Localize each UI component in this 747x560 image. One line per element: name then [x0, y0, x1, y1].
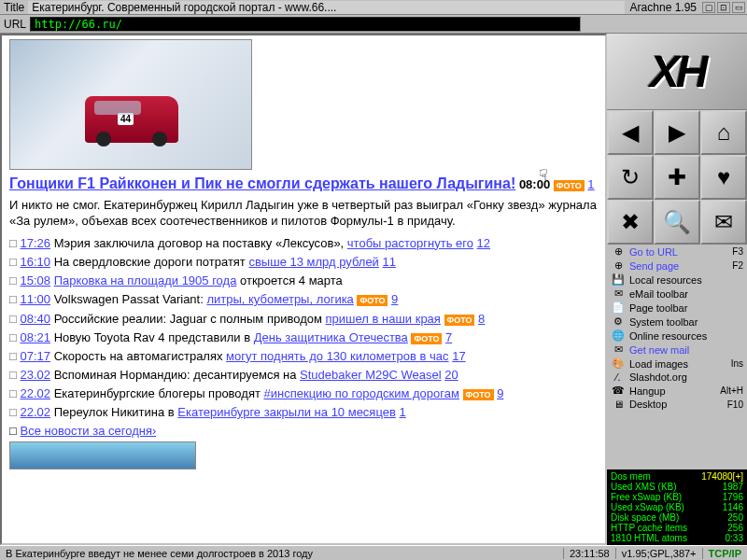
- menu-icon: ∕.: [611, 371, 626, 383]
- mail-button[interactable]: ✉: [700, 200, 747, 245]
- menu-item[interactable]: 📄Page toolbar: [607, 301, 747, 315]
- news-count[interactable]: 9: [497, 386, 503, 400]
- menu-label: Hangup: [626, 385, 720, 397]
- news-time[interactable]: 08:21: [20, 330, 50, 344]
- stat-key: 1810 HTML atoms: [611, 533, 687, 543]
- news-time[interactable]: 23.02: [20, 368, 50, 382]
- photo-badge: ФОТО: [444, 315, 475, 326]
- stop-button[interactable]: ✖: [607, 200, 654, 245]
- favorite-button[interactable]: ♥: [700, 155, 747, 200]
- stat-key: Free xSwap (KB): [611, 492, 682, 502]
- all-news-link[interactable]: Все новости за сегодня›: [20, 424, 156, 438]
- status-message: В Екатеринбурге введут не менее семи дол…: [0, 548, 563, 559]
- title-label: Title: [0, 1, 28, 14]
- home-button[interactable]: ⌂: [700, 110, 747, 155]
- news-time[interactable]: 22.02: [20, 386, 50, 400]
- news-link[interactable]: Парковка на площади 1905 года: [54, 273, 237, 287]
- window-btn-2[interactable]: ⊡: [717, 2, 730, 13]
- window-btn-3[interactable]: ▭: [732, 2, 745, 13]
- window-btn-1[interactable]: ▢: [702, 2, 715, 13]
- news-count[interactable]: 1: [399, 405, 405, 419]
- news-item: 11:00 Volkswagen Passat Variant: литры, …: [9, 291, 598, 308]
- menu-item[interactable]: ⚙System toolbar: [607, 315, 747, 329]
- news-link[interactable]: Studebaker M29C Weasel: [300, 368, 442, 382]
- menu-item[interactable]: 🎨Load imagesIns: [607, 357, 747, 371]
- headline-time: 08:00: [519, 177, 550, 191]
- photo-badge: ФОТО: [357, 295, 388, 306]
- news-count[interactable]: 9: [391, 292, 398, 306]
- menu-item[interactable]: ✉Get new mail: [607, 343, 747, 357]
- menu-icon: 🌐: [611, 329, 626, 342]
- lead-paragraph: И никто не смог. Екатеринбуржец Кирилл Л…: [9, 198, 598, 230]
- menu-item[interactable]: 🖥DesktopF10: [607, 398, 747, 411]
- stat-value: 174080[+]: [701, 471, 743, 482]
- stat-row: HTTP cache items256: [609, 523, 745, 533]
- menu-shortcut: F3: [732, 246, 743, 257]
- news-count[interactable]: 17: [452, 349, 465, 363]
- menu-item[interactable]: 🌐Online resources: [607, 329, 747, 343]
- stat-value: 1987: [723, 482, 743, 492]
- news-time[interactable]: 11:00: [20, 292, 50, 306]
- photo-badge: ФОТО: [554, 180, 585, 191]
- photo-badge: ФОТО: [411, 333, 442, 344]
- menu-shortcut: Alt+H: [720, 385, 743, 396]
- news-item: 23.02 Вспоминая Нормандию: десантируемся…: [9, 367, 598, 384]
- hero-image[interactable]: [9, 39, 252, 170]
- news-link[interactable]: свыше 13 млрд рублей: [248, 255, 378, 269]
- menu-icon: ☎: [611, 385, 626, 397]
- stat-key: HTTP cache items: [611, 523, 687, 533]
- news-link[interactable]: чтобы расторгнуть его: [347, 236, 473, 250]
- news-count[interactable]: 7: [445, 330, 452, 344]
- news-link[interactable]: Екатеринбурге закрыли на 10 месяцев: [177, 405, 396, 419]
- news-time[interactable]: 08:40: [20, 312, 50, 326]
- news-link[interactable]: День защитника Отечества: [254, 330, 408, 344]
- news-count[interactable]: 8: [478, 312, 485, 326]
- forward-button[interactable]: ▶: [654, 110, 700, 155]
- news-time[interactable]: 15:08: [20, 273, 50, 287]
- menu-item[interactable]: ⊕Go to URLF3: [607, 245, 747, 259]
- menu-icon: 💾: [611, 273, 626, 286]
- news-count[interactable]: 20: [444, 368, 458, 382]
- reload-button[interactable]: ↻: [607, 155, 654, 200]
- menu-label: Go to URL: [626, 246, 732, 258]
- menu-item[interactable]: ✉eMail toolbar: [607, 287, 747, 301]
- menu-item[interactable]: ⊕Send pageF2: [607, 259, 747, 273]
- news-time[interactable]: 22.02: [20, 405, 50, 419]
- stat-row: Free xSwap (KB)1796: [609, 492, 745, 502]
- menu-item[interactable]: 💾Local resources: [607, 273, 747, 287]
- app-version: Arachne 1.95: [625, 1, 702, 14]
- stat-row: Used XMS (KB)1987: [609, 482, 745, 492]
- stat-key: Used XMS (KB): [611, 482, 677, 492]
- menu-icon: ⊕: [611, 245, 626, 258]
- headline-link[interactable]: Гонщики F1 Райкконен и Пик не смогли сде…: [9, 175, 515, 191]
- url-label: URL: [0, 18, 30, 31]
- menu-icon: ⚙: [611, 315, 626, 328]
- news-link[interactable]: пришел в наши края: [326, 312, 441, 326]
- news-link[interactable]: могут поднять до 130 километров в час: [226, 349, 448, 363]
- stat-value: 0:33: [726, 533, 743, 543]
- stat-value: 1796: [723, 492, 743, 502]
- menu-label: Get new mail: [626, 344, 743, 356]
- headline-count[interactable]: 1: [587, 177, 594, 191]
- news-item: 08:21 Новую Toyota Rav 4 представили в Д…: [9, 329, 598, 346]
- footer-image[interactable]: [9, 441, 196, 469]
- stat-row: Disk space (MB)250: [609, 512, 745, 523]
- news-time[interactable]: 16:10: [20, 255, 50, 269]
- news-count[interactable]: 12: [477, 236, 490, 250]
- news-time[interactable]: 17:26: [20, 236, 50, 250]
- news-count[interactable]: 11: [383, 255, 396, 269]
- photo-badge: ФОТО: [463, 389, 494, 400]
- search-button[interactable]: 🔍: [654, 200, 700, 245]
- menu-item[interactable]: ☎HangupAlt+H: [607, 384, 747, 398]
- url-input[interactable]: [30, 17, 581, 32]
- nav-buttons: ◀▶⌂↻✚♥✖🔍✉: [607, 110, 747, 245]
- add-button[interactable]: ✚: [654, 155, 700, 200]
- news-link[interactable]: литры, кубометры, логика: [206, 292, 353, 306]
- news-link[interactable]: #инспекцию по городским дорогам: [264, 386, 459, 400]
- menu-item[interactable]: ∕.Slashdot.org: [607, 371, 747, 384]
- news-time[interactable]: 07:17: [20, 349, 50, 363]
- news-list: 17:26 Мэрия заключила договор на поставк…: [9, 235, 598, 422]
- news-item: 22.02 Переулок Никитина в Екатеринбурге …: [9, 404, 598, 421]
- back-button[interactable]: ◀: [607, 110, 654, 155]
- side-menu: ⊕Go to URLF3⊕Send pageF2💾Local resources…: [607, 245, 747, 469]
